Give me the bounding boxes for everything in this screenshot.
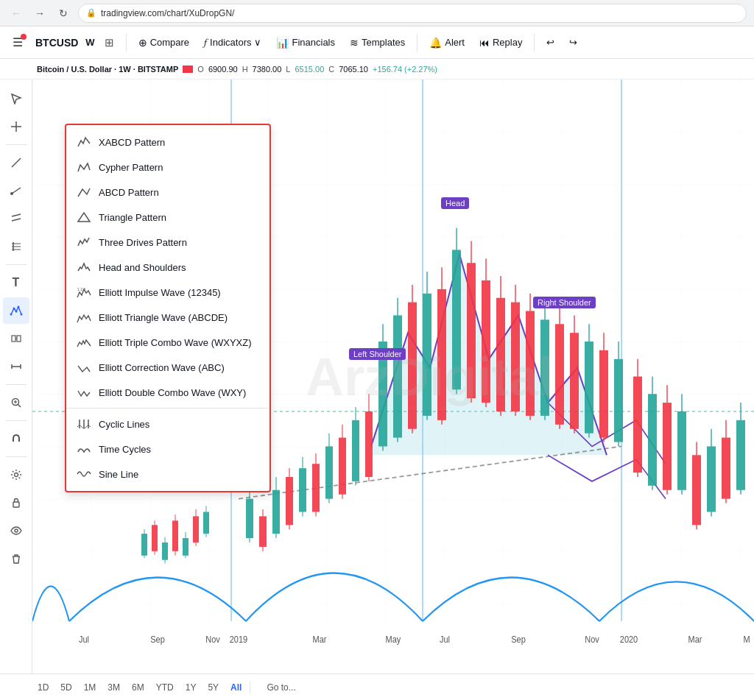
period-1d[interactable]: 1D	[32, 680, 54, 695]
triangle-label: Triangle Pattern	[99, 212, 166, 223]
elliott-impulse-item[interactable]: 1 2 3 Elliott Impulse Wave (12345)	[66, 280, 269, 305]
sine-line-item[interactable]: Sine Line	[66, 462, 269, 487]
symbol-full: Bitcoin / U.S. Dollar · 1W · BITSTAMP	[37, 65, 178, 74]
forward-button[interactable]: →	[31, 4, 49, 22]
chart-area[interactable]: ArzDigital	[32, 79, 754, 674]
goto-button[interactable]: Go to...	[259, 680, 303, 695]
replay-icon: ⏮	[479, 37, 490, 49]
templates-button[interactable]: ≋ Templates	[344, 34, 411, 52]
toolbar-sep-2	[417, 34, 417, 52]
abcd-icon	[77, 185, 91, 199]
magnet-tool[interactable]	[3, 425, 29, 452]
three-drives-item[interactable]: Three Drives Pattern	[66, 230, 269, 255]
zoom-tool[interactable]	[3, 389, 29, 416]
elliott-double-combo-item[interactable]: Elliott Double Combo Wave (WXY)	[66, 380, 269, 405]
undo-button[interactable]: ↩	[540, 34, 560, 51]
period-3m[interactable]: 3M	[102, 680, 125, 695]
sidebar-sep-5	[6, 456, 27, 457]
head-shoulders-item[interactable]: Head and Shoulders	[66, 255, 269, 280]
interval-label[interactable]: W	[85, 37, 94, 48]
elliott-correction-icon	[77, 360, 91, 375]
indicators-icon: 𝑓	[204, 36, 207, 49]
triangle-pattern-item[interactable]: Triangle Pattern	[66, 205, 269, 230]
svg-text:Mar: Mar	[688, 634, 702, 646]
time-cycles-label: Time Cycles	[99, 444, 151, 455]
fibonacci-tool[interactable]	[3, 233, 29, 260]
settings-tool[interactable]	[3, 462, 29, 488]
period-ytd[interactable]: YTD	[151, 680, 179, 695]
head-shoulders-label: Head and Shoulders	[99, 262, 186, 273]
svg-text:Sep: Sep	[150, 634, 165, 646]
chart-type-button[interactable]: ⊞	[99, 32, 120, 53]
toolbar-sep-1	[126, 34, 127, 52]
close-value: 7065.10	[339, 65, 368, 74]
reload-button[interactable]: ↻	[54, 4, 72, 22]
hamburger-menu[interactable]: ☰	[6, 31, 29, 54]
high-label: H	[242, 65, 248, 74]
svg-point-30	[15, 529, 18, 532]
svg-point-4	[10, 192, 13, 195]
xabcd-pattern-item[interactable]: XABCD Pattern	[66, 130, 269, 155]
elliott-triple-combo-item[interactable]: Elliott Triple Combo Wave (WXYXZ)	[66, 330, 269, 355]
financials-button[interactable]: 📊 Financials	[270, 34, 341, 52]
svg-text:Mar: Mar	[313, 634, 327, 646]
period-1m[interactable]: 1M	[79, 680, 102, 695]
measure-tool[interactable]	[3, 353, 29, 380]
abcd-pattern-item[interactable]: ABCD Pattern	[66, 180, 269, 205]
pattern-tool[interactable]	[3, 297, 29, 324]
xabcd-label: XABCD Pattern	[99, 137, 165, 148]
elliott-impulse-icon: 1 2 3	[77, 285, 91, 300]
elliott-impulse-label: Elliott Impulse Wave (12345)	[99, 287, 221, 298]
sidebar-sep-2	[6, 264, 27, 265]
elliott-correction-label: Elliott Correction Wave (ABC)	[99, 362, 225, 373]
time-cycles-icon	[77, 442, 91, 456]
svg-text:May: May	[386, 634, 401, 646]
sidebar-sep-3	[6, 384, 27, 385]
period-all[interactable]: All	[225, 680, 247, 695]
redo-button[interactable]: ↪	[563, 34, 583, 51]
cypher-pattern-item[interactable]: Cypher Pattern	[66, 155, 269, 180]
indicators-chevron: ∨	[254, 37, 261, 48]
cursor-tool[interactable]	[3, 85, 29, 112]
compare-button[interactable]: ⊕ Compare	[133, 34, 195, 52]
three-drives-label: Three Drives Pattern	[99, 237, 187, 248]
eye-tool[interactable]	[3, 517, 29, 544]
svg-rect-17	[17, 336, 21, 342]
line-tool[interactable]	[3, 149, 29, 176]
templates-icon: ≋	[350, 37, 359, 49]
close-label: C	[328, 65, 334, 74]
indicators-button[interactable]: 𝑓 Indicators ∨	[198, 33, 267, 52]
url-bar[interactable]: 🔒 tradingview.com/chart/XuDropGN/	[78, 4, 747, 23]
browser-bar: ← → ↻ 🔒 tradingview.com/chart/XuDropGN/	[0, 0, 754, 26]
text-icon: T	[13, 276, 20, 289]
back-button[interactable]: ←	[7, 4, 25, 22]
svg-point-28	[14, 473, 18, 477]
elliott-correction-item[interactable]: Elliott Correction Wave (ABC)	[66, 355, 269, 380]
ray-tool[interactable]	[3, 177, 29, 204]
replay-button[interactable]: ⏮ Replay	[473, 34, 528, 52]
crosshair-tool[interactable]	[3, 113, 29, 140]
elliott-triangle-item[interactable]: Elliott Triangle Wave (ABCDE)	[66, 305, 269, 330]
svg-line-2	[12, 158, 21, 167]
time-cycles-item[interactable]: Time Cycles	[66, 436, 269, 462]
channel-tool[interactable]	[3, 205, 29, 232]
trash-tool[interactable]	[3, 545, 29, 572]
popup-separator	[66, 408, 269, 409]
lock-tool[interactable]	[3, 489, 29, 516]
svg-text:2020: 2020	[620, 634, 638, 646]
svg-text:1 2 3: 1 2 3	[77, 287, 85, 291]
period-5d[interactable]: 5D	[55, 680, 77, 695]
high-value: 7380.00	[253, 65, 282, 74]
text-tool[interactable]: T	[3, 269, 29, 296]
financials-icon: 📊	[276, 37, 289, 49]
period-5y[interactable]: 5Y	[202, 680, 224, 695]
cyclic-lines-item[interactable]: Cyclic Lines	[66, 411, 269, 436]
alert-button[interactable]: 🔔 Alert	[423, 34, 471, 52]
period-6m[interactable]: 6M	[127, 680, 149, 695]
undo-icon: ↩	[546, 37, 554, 48]
period-1y[interactable]: 1Y	[180, 680, 202, 695]
alert-icon: 🔔	[429, 37, 442, 49]
projection-tool[interactable]	[3, 325, 29, 352]
elliott-triangle-icon	[77, 310, 91, 325]
symbol-label[interactable]: BTCUSD	[35, 37, 78, 49]
